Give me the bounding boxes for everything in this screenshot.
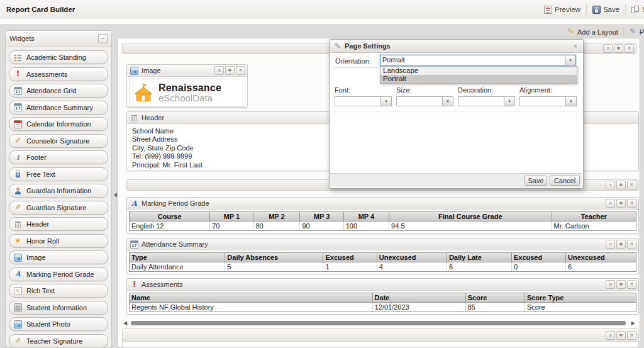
gear-icon[interactable] xyxy=(616,199,626,208)
scroll-left-icon[interactable]: ◀ xyxy=(123,320,127,326)
sidebar-widget-item[interactable]: Calendar Information xyxy=(9,117,108,131)
sidebar-widget-item[interactable]: Rich Text xyxy=(9,284,108,298)
header-widget-title: Header xyxy=(142,114,164,121)
collapse-icon[interactable] xyxy=(606,181,615,189)
layout-toolbar-button[interactable]: Page Settings xyxy=(623,28,644,36)
toolbar-button[interactable]: Save As xyxy=(625,4,644,15)
image-icon xyxy=(130,67,138,75)
sidebar-widget-item-label: Footer xyxy=(26,154,47,161)
sidebar-widget-item[interactable]: Footer xyxy=(9,150,108,164)
chevron-down-icon[interactable]: ▼ xyxy=(442,97,453,106)
sidebar-widget-item[interactable]: Academic Standing xyxy=(9,50,108,64)
style-field-value xyxy=(520,97,565,106)
table-row: Regents NF Global History 12/01/2023 85 … xyxy=(130,303,636,312)
close-icon[interactable] xyxy=(236,66,245,75)
marking-period-grade-header[interactable]: Marking Period Grade xyxy=(127,198,638,210)
save-icon xyxy=(592,6,601,14)
sidebar-widget-item[interactable]: Attendance Summary xyxy=(9,101,108,115)
richtext-icon xyxy=(14,287,22,295)
logo-text-secondary: eSchoolData xyxy=(158,93,221,103)
close-icon[interactable] xyxy=(627,240,636,249)
page-settings-dialog-titlebar[interactable]: Page Settings × xyxy=(330,40,583,53)
sidebar-widget-item[interactable]: Attendance Grid xyxy=(9,84,108,98)
partial-bottom-widget-header[interactable] xyxy=(123,329,638,342)
sidebar-widget-item[interactable]: Student Photo xyxy=(9,317,108,331)
attendance-summary-header[interactable]: Attendance Summary xyxy=(127,239,638,250)
widgets-sidebar: Widgets − Academic Standing Assessments … xyxy=(5,30,112,348)
sidebar-widget-item[interactable]: Marking Period Grade xyxy=(9,267,108,281)
table-cell: Daily Attendance xyxy=(130,262,225,271)
sidebar-widget-item[interactable]: Student Information xyxy=(9,301,108,315)
toolbar-button[interactable]: Save xyxy=(586,4,625,15)
sidebar-widget-item[interactable]: Header xyxy=(9,217,108,231)
widgets-list: Academic Standing Assessments Attendance… xyxy=(6,47,111,348)
toolbar-button[interactable]: Preview xyxy=(538,4,586,15)
sidebar-widget-item[interactable]: Guardian Signature xyxy=(9,201,108,215)
image-widget-header[interactable]: Image xyxy=(127,65,247,77)
style-field-label: Alignment: xyxy=(519,86,577,94)
sidebar-widget-item[interactable]: Free Text xyxy=(9,167,108,181)
layout-toolbar-button[interactable]: Add a Layout xyxy=(562,28,623,36)
sidebar-collapse-button[interactable]: − xyxy=(98,34,108,43)
style-field: Alignment: ▼ xyxy=(519,86,577,106)
gear-icon[interactable] xyxy=(616,331,626,340)
horizontal-scrollbar[interactable]: ◀ ▶ xyxy=(123,320,636,327)
assessments-table: NameDateScoreScore Type Regents NF Globa… xyxy=(129,293,636,312)
gear-icon[interactable] xyxy=(616,240,626,249)
scrollbar-thumb[interactable] xyxy=(131,321,626,325)
dialog-close-icon[interactable]: × xyxy=(572,42,579,50)
style-field-select[interactable]: ▼ xyxy=(458,96,515,106)
collapse-icon[interactable] xyxy=(606,199,615,208)
style-field-select[interactable]: ▼ xyxy=(396,96,453,106)
collapse-icon[interactable] xyxy=(606,280,615,289)
toolbar-button-label: Preview xyxy=(555,6,580,13)
assessments-header[interactable]: Assessments xyxy=(127,279,638,291)
sidebar-widget-item[interactable]: Honor Roll xyxy=(9,234,108,248)
collapse-icon[interactable] xyxy=(214,66,224,75)
gear-icon[interactable] xyxy=(225,66,235,75)
page-title: Report Card Builder xyxy=(6,0,75,19)
pen-icon xyxy=(14,203,22,211)
sidebar-widget-item[interactable]: Guardian Information xyxy=(9,184,108,198)
collapse-icon[interactable] xyxy=(606,331,615,340)
wrench-icon xyxy=(629,28,637,36)
image-widget-title: Image xyxy=(142,67,161,74)
close-icon[interactable] xyxy=(627,199,636,208)
table-cell: 90 xyxy=(299,222,343,230)
header-icon xyxy=(130,114,138,122)
style-field-select[interactable]: ▼ xyxy=(519,96,577,106)
column-header: Name xyxy=(130,293,372,302)
style-field-select[interactable]: ▼ xyxy=(335,96,392,106)
orientation-select[interactable]: Portrait ▼ xyxy=(380,55,576,65)
collapse-icon[interactable] xyxy=(606,240,615,249)
chevron-down-icon[interactable]: ▼ xyxy=(504,97,514,106)
cancel-button[interactable]: Cancel xyxy=(550,176,580,186)
collapse-icon[interactable] xyxy=(603,44,613,53)
table-cell: 0 xyxy=(511,262,565,271)
close-icon[interactable] xyxy=(627,181,636,189)
column-header: MP 3 xyxy=(299,212,343,221)
chevron-down-icon[interactable]: ▼ xyxy=(380,97,391,106)
table-cell: 85 xyxy=(465,303,525,312)
close-icon[interactable] xyxy=(627,331,636,340)
text-style-fields: Font: ▼ Size: ▼ Decoration: xyxy=(335,86,579,106)
sidebar-widget-item[interactable]: Image xyxy=(9,250,108,264)
sidebar-widget-item[interactable]: Teacher Signature xyxy=(9,334,108,348)
sidebar-widget-item[interactable]: Assessments xyxy=(9,67,108,81)
save-button[interactable]: Save xyxy=(525,176,547,186)
gear-icon[interactable] xyxy=(616,280,626,289)
close-icon[interactable] xyxy=(627,280,636,289)
gear-icon[interactable] xyxy=(614,44,623,53)
scroll-right-icon[interactable]: ▶ xyxy=(631,320,635,326)
dropdown-option[interactable]: Portrait xyxy=(380,75,577,83)
chevron-down-icon[interactable]: ▼ xyxy=(565,55,575,65)
grade-icon xyxy=(14,270,22,278)
column-header: Final Course Grade xyxy=(389,212,551,221)
dropdown-option[interactable]: Landscape xyxy=(380,67,577,75)
sidebar-widget-item[interactable]: Counselor Signature xyxy=(9,134,108,148)
assessments-title: Assessments xyxy=(142,281,182,288)
close-icon[interactable] xyxy=(625,44,634,53)
chevron-down-icon[interactable]: ▼ xyxy=(565,97,576,106)
gear-icon[interactable] xyxy=(616,181,626,189)
attendance-summary-widget: Attendance Summary TypeDaily AbsencesExc… xyxy=(126,238,639,274)
